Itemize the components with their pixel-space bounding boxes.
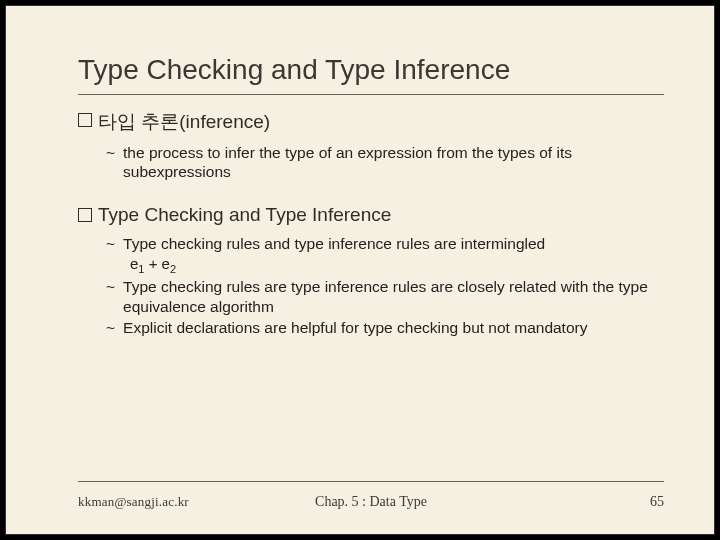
footer-chapter: Chap. 5 : Data Type xyxy=(78,494,664,510)
section-2-heading-text: Type Checking and Type Inference xyxy=(98,204,391,226)
section-2-item-2: ~ Type checking rules are type inference… xyxy=(106,277,664,316)
tilde-bullet: ~ xyxy=(106,143,115,162)
section-2-item-2-text: Type checking rules are type inference r… xyxy=(123,277,664,316)
section-1-item-1: ~ the process to infer the type of an ex… xyxy=(106,143,664,182)
section-2-item-3: ~ Explicit declarations are helpful for … xyxy=(106,318,664,337)
square-bullet-icon xyxy=(78,113,92,127)
footer: kkman@sangji.ac.kr Chap. 5 : Data Type 6… xyxy=(78,494,664,510)
section-1-heading: 타입 추론(inference) xyxy=(78,109,664,135)
square-bullet-icon xyxy=(78,208,92,222)
section-1-heading-text: 타입 추론(inference) xyxy=(98,109,270,135)
tilde-bullet: ~ xyxy=(106,318,115,337)
expression-line: e1 + e2 xyxy=(130,255,664,275)
expr-plus: + e xyxy=(144,255,169,272)
content-area: Type Checking and Type Inference 타입 추론(i… xyxy=(78,54,664,488)
section-2-heading: Type Checking and Type Inference xyxy=(78,204,664,226)
section-2: Type Checking and Type Inference ~ Type … xyxy=(78,204,664,338)
title-rule xyxy=(78,94,664,95)
section-1: 타입 추론(inference) ~ the process to infer … xyxy=(78,109,664,182)
tilde-bullet: ~ xyxy=(106,234,115,253)
expr-sub2: 2 xyxy=(170,263,176,275)
slide: Type Checking and Type Inference 타입 추론(i… xyxy=(6,6,714,534)
footer-rule xyxy=(78,481,664,483)
tilde-bullet: ~ xyxy=(106,277,115,296)
section-1-item-1-text: the process to infer the type of an expr… xyxy=(123,143,664,182)
slide-title: Type Checking and Type Inference xyxy=(78,54,664,90)
section-2-item-1-text: Type checking rules and type inference r… xyxy=(123,234,545,253)
section-2-item-1: ~ Type checking rules and type inference… xyxy=(106,234,664,253)
section-2-item-3-text: Explicit declarations are helpful for ty… xyxy=(123,318,587,337)
